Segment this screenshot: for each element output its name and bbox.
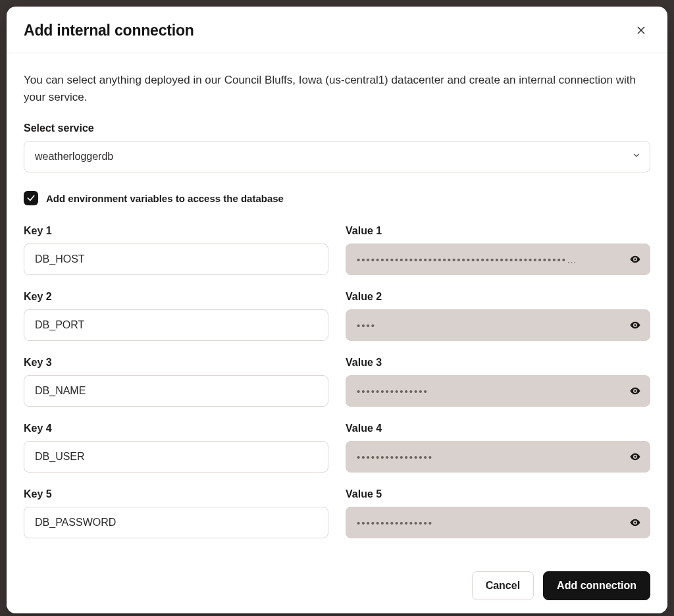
env-vars-checkbox-row: Add environment variables to access the … <box>24 191 650 205</box>
add-connection-button[interactable]: Add connection <box>543 571 650 600</box>
key-label: Key 2 <box>24 291 328 303</box>
close-icon <box>636 25 646 36</box>
env-var-pair: Key 5Value 5•••••••••••••••• <box>24 488 650 538</box>
eye-icon <box>629 517 641 528</box>
key-input[interactable] <box>24 507 328 538</box>
dialog-body: You can select anything deployed in our … <box>7 53 667 561</box>
dialog-footer: Cancel Add connection <box>7 561 667 613</box>
reveal-value-button[interactable] <box>627 515 643 530</box>
key-label: Key 1 <box>24 225 328 237</box>
dialog-title: Add internal connection <box>24 22 194 39</box>
value-label: Value 2 <box>346 291 650 303</box>
key-field: Key 3 <box>24 357 328 407</box>
env-vars-checkbox[interactable] <box>24 191 38 205</box>
eye-icon <box>629 451 641 463</box>
value-mask: ••••••••••••••• <box>357 386 622 396</box>
value-input[interactable]: •••••••••••••••• <box>346 507 650 538</box>
dialog-intro-text: You can select anything deployed in our … <box>24 72 650 105</box>
check-icon <box>26 193 36 203</box>
reveal-value-button[interactable] <box>627 383 643 399</box>
value-field: Value 1•••••••••••••••••••••••••••••••••… <box>346 225 650 275</box>
value-mask: •••••••••••••••• <box>357 518 622 528</box>
env-var-pair: Key 4Value 4•••••••••••••••• <box>24 423 650 473</box>
eye-icon <box>629 385 641 397</box>
value-mask: •••••••••••••••• <box>357 452 622 462</box>
key-field: Key 2 <box>24 291 328 341</box>
value-field: Value 5•••••••••••••••• <box>346 488 650 538</box>
value-label: Value 3 <box>346 357 650 369</box>
add-internal-connection-dialog: Add internal connection You can select a… <box>7 7 667 613</box>
value-mask: •••• <box>357 321 622 330</box>
reveal-value-button[interactable] <box>627 449 643 465</box>
value-field: Value 2•••• <box>346 291 650 341</box>
value-field: Value 4•••••••••••••••• <box>346 423 650 473</box>
env-vars-checkbox-label: Add environment variables to access the … <box>46 193 284 204</box>
key-field: Key 4 <box>24 423 328 473</box>
reveal-value-button[interactable] <box>627 251 643 267</box>
value-input[interactable]: •••• <box>346 309 650 341</box>
eye-icon <box>629 253 641 265</box>
key-label: Key 3 <box>24 357 328 369</box>
value-mask: ••••••••••••••••••••••••••••••••••••••••… <box>357 255 622 265</box>
value-label: Value 4 <box>346 423 650 434</box>
reveal-value-button[interactable] <box>627 317 643 333</box>
env-var-pair: Key 1Value 1••••••••••••••••••••••••••••… <box>24 225 650 275</box>
env-var-pair: Key 2Value 2•••• <box>24 291 650 341</box>
key-input[interactable] <box>24 244 328 275</box>
value-label: Value 1 <box>346 225 650 237</box>
close-button[interactable] <box>632 21 650 39</box>
key-label: Key 4 <box>24 423 328 434</box>
eye-icon <box>629 319 641 331</box>
key-input[interactable] <box>24 375 328 407</box>
env-var-pairs: Key 1Value 1••••••••••••••••••••••••••••… <box>24 225 650 538</box>
key-input[interactable] <box>24 441 328 473</box>
select-service[interactable]: weatherloggerdb <box>24 141 650 172</box>
select-service-wrap: weatherloggerdb <box>24 141 650 172</box>
key-input[interactable] <box>24 309 328 341</box>
value-input[interactable]: ••••••••••••••••••••••••••••••••••••••••… <box>346 244 650 275</box>
key-field: Key 1 <box>24 225 328 275</box>
dialog-header: Add internal connection <box>7 7 667 53</box>
select-service-label: Select service <box>24 122 650 134</box>
value-field: Value 3••••••••••••••• <box>346 357 650 407</box>
value-input[interactable]: •••••••••••••••• <box>346 441 650 473</box>
cancel-button[interactable]: Cancel <box>472 571 534 600</box>
value-input[interactable]: ••••••••••••••• <box>346 375 650 407</box>
env-var-pair: Key 3Value 3••••••••••••••• <box>24 357 650 407</box>
value-label: Value 5 <box>346 488 650 500</box>
key-label: Key 5 <box>24 488 328 500</box>
key-field: Key 5 <box>24 488 328 538</box>
